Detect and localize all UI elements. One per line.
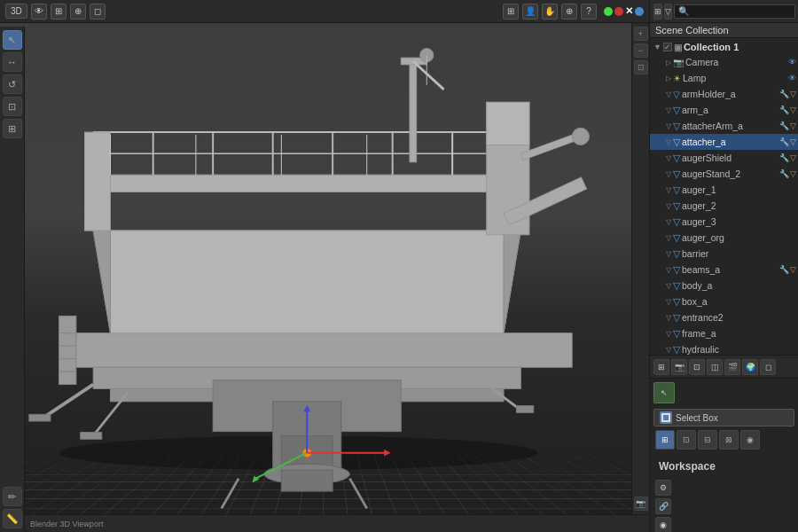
mesh-icon: ▽ [673, 328, 680, 339]
fit-btn[interactable]: ⊡ [634, 60, 648, 74]
mode-btn-5[interactable]: ◉ [740, 430, 760, 450]
filter-icon[interactable]: ▽ [664, 4, 672, 20]
zoom-in-btn[interactable]: + [634, 27, 648, 41]
render-icon[interactable]: 📷 [671, 359, 687, 375]
item-name: attacherArm_a [682, 121, 778, 131]
tree-item-auger3[interactable]: ▽ ▽ auger_3 [650, 214, 798, 230]
vis-icon: 👁 [788, 58, 796, 66]
mesh-icon: ▽ [673, 280, 680, 291]
tree-item-auger1[interactable]: ▽ ▽ auger_1 [650, 182, 798, 198]
lamp-name: Lamp [683, 73, 786, 83]
measure-tool[interactable]: 📏 [3, 509, 22, 528]
zoom-out-btn[interactable]: − [634, 43, 648, 58]
active-tool-icon[interactable]: ↖ [653, 382, 675, 403]
grid-icon[interactable]: ⊞ [503, 4, 519, 20]
viewport-3d: 3D 👁 ⊞ ⊕ ◻ ⊞ 👤 ✋ ⊕ ? ✕ ↖ ↔ ↺ ⊡ ⊞ [0, 0, 649, 532]
tree-item-attacher[interactable]: ▽ ▽ attacher_a 🔧 ▽ [650, 134, 798, 150]
properties-toolbar: ⊞ 📷 ⊡ ◫ 🎬 🌍 ◻ [650, 356, 798, 379]
cursor-tool[interactable]: ↖ [3, 30, 22, 50]
right-panel: ⊞ ▽ Scene Collection ▼ ✓ ▣ Collection 1 … [649, 0, 798, 532]
arrow-icon: ▽ [666, 138, 671, 146]
bottom-icon-2[interactable]: 🔗 [655, 498, 671, 514]
tree-item-lamp[interactable]: ▷ ☀ Lamp 👁 [650, 70, 798, 86]
svg-marker-3 [93, 231, 110, 333]
select-box-button[interactable]: Select Box [653, 409, 794, 426]
mesh-icon: ▽ [673, 248, 680, 259]
mesh-icon: ▽ [790, 121, 796, 130]
tree-item-arm[interactable]: ▽ ▽ arm_a 🔧 ▽ [650, 102, 798, 118]
tree-item-hydraulic[interactable]: ▽ ▽ hydraulic [650, 341, 798, 355]
item-name: augerStand_2 [682, 168, 778, 179]
svg-rect-1 [76, 333, 572, 368]
outliner-tree[interactable]: ▼ ✓ ▣ Collection 1 ▷ 📷 Camera 👁 ▷ ☀ Lamp [650, 38, 798, 355]
tree-item-body[interactable]: ▽ ▽ body_a [650, 278, 798, 293]
item-name: auger_3 [682, 216, 796, 227]
scene-collection-header: Scene Collection [650, 23, 798, 38]
tree-item-camera[interactable]: ▷ 📷 Camera 👁 [650, 54, 798, 70]
tree-item-attacherarm[interactable]: ▽ ▽ attacherArm_a 🔧 ▽ [650, 118, 798, 134]
tree-item-frame[interactable]: ▽ ▽ frame_a [650, 325, 798, 341]
active-mesh-icon: ▽ [790, 137, 796, 146]
mode-btn-1[interactable]: ⊞ [655, 430, 675, 450]
select-btn[interactable]: ⊞ [51, 4, 66, 20]
svg-line-45 [222, 479, 239, 509]
search-input[interactable] [674, 4, 795, 19]
vis-icon: 🔧 [779, 265, 789, 274]
scene-props-icon[interactable]: 🎬 [724, 359, 740, 375]
mode-btn-3[interactable]: ⊟ [698, 430, 717, 450]
arrow-icon: ▽ [666, 282, 671, 290]
mesh-icon: ▽ [790, 106, 796, 114]
tree-item-armholder[interactable]: ▽ ▽ armHolder_a 🔧 ▽ [650, 86, 798, 102]
view-layer-icon[interactable]: ⊞ [653, 4, 662, 20]
viewport-status-bar: Blender 3D Viewport [25, 514, 649, 532]
tree-item-beams[interactable]: ▽ ▽ beams_a 🔧 ▽ [650, 262, 798, 278]
view-layer-icon-2[interactable]: ◫ [707, 359, 723, 375]
user-icon[interactable]: 👤 [522, 4, 538, 20]
item-name: body_a [682, 280, 796, 291]
tree-item-augerorg[interactable]: ▽ ▽ auger_org [650, 230, 798, 246]
object-btn[interactable]: ◻ [90, 4, 106, 20]
camera-icons: 👁 [788, 58, 796, 66]
tree-item-augerstand2[interactable]: ▽ ▽ augerStand_2 🔧 ▽ [650, 166, 798, 182]
help-icon[interactable]: ? [581, 4, 597, 20]
mode-btn-4[interactable]: ⊠ [719, 430, 739, 450]
collection-checkbox[interactable]: ✓ [663, 43, 672, 51]
annotate-tool[interactable]: ✏ [3, 487, 22, 506]
mesh-icon: ▽ [673, 344, 680, 355]
object-icon[interactable]: ◻ [760, 359, 776, 375]
view-btn[interactable]: 👁 [31, 4, 47, 20]
world-icon[interactable]: 🌍 [742, 359, 758, 375]
scale-tool[interactable]: ⊡ [3, 97, 22, 116]
transform-tool[interactable]: ⊞ [3, 119, 22, 138]
item-icons: 🔧 ▽ [779, 153, 796, 162]
outliner-toolbar: ⊞ ▽ [650, 0, 798, 23]
tree-item-entrance[interactable]: ▽ ▽ entrance2 [650, 309, 798, 325]
add-btn[interactable]: ⊕ [70, 4, 86, 20]
vis-icon: 🔧 [779, 153, 789, 162]
tree-item-barrier[interactable]: ▽ ▽ barrier [650, 246, 798, 262]
camera-name: Camera [685, 57, 786, 67]
item-name: barrier [682, 248, 796, 259]
viewport-mode-btn[interactable]: 3D [5, 4, 27, 19]
rotate-tool[interactable]: ↺ [3, 74, 22, 94]
scene-icon[interactable]: ⊞ [653, 359, 669, 375]
collection-1-header[interactable]: ▼ ✓ ▣ Collection 1 [650, 40, 798, 54]
tree-item-auger2[interactable]: ▽ ▽ auger_2 [650, 198, 798, 214]
mesh-icon: ▽ [673, 153, 680, 163]
hand-icon[interactable]: ✋ [542, 4, 558, 20]
select-box-row: Select Box [653, 409, 794, 426]
move-tool[interactable]: ↔ [3, 52, 22, 72]
tree-item-augershield[interactable]: ▽ ▽ augerShield 🔧 ▽ [650, 150, 798, 166]
mode-btn-2[interactable]: ⊡ [677, 430, 696, 450]
arrow-icon: ▽ [666, 266, 671, 274]
crosshair-icon[interactable]: ⊕ [561, 4, 577, 20]
camera-btn[interactable]: 📷 [634, 497, 648, 511]
workspace-section: Workspace [653, 453, 794, 476]
output-icon[interactable]: ⊡ [689, 359, 705, 375]
bottom-icon-3[interactable]: ◉ [655, 517, 671, 532]
svg-marker-2 [93, 231, 520, 333]
tree-item-box[interactable]: ▽ ▽ box_a [650, 293, 798, 309]
mode-icons-row: ⊞ ⊡ ⊟ ⊠ ◉ [655, 430, 793, 450]
bottom-icon-1[interactable]: ⚙ [655, 480, 671, 496]
item-name: box_a [682, 296, 796, 307]
